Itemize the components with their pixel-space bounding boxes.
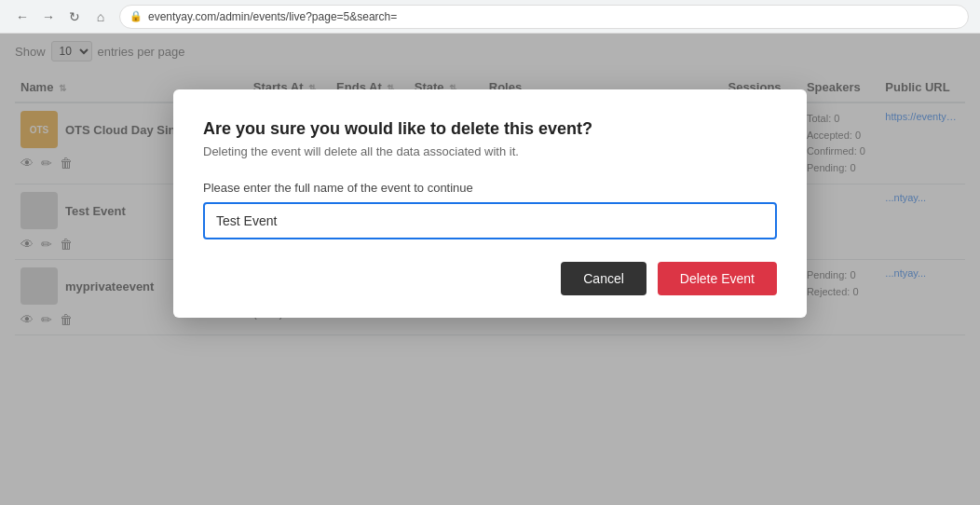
delete-event-modal: Are you sure you would like to delete th… <box>173 89 807 318</box>
cancel-button[interactable]: Cancel <box>561 262 647 295</box>
modal-title: Are you sure you would like to delete th… <box>203 119 777 139</box>
home-button[interactable]: ⌂ <box>89 6 112 28</box>
browser-chrome: ← → ↻ ⌂ 🔒 eventyay.com/admin/events/live… <box>0 0 980 34</box>
url-text: eventyay.com/admin/events/live?page=5&se… <box>148 10 397 23</box>
address-bar[interactable]: 🔒 eventyay.com/admin/events/live?page=5&… <box>119 5 969 29</box>
modal-actions: Cancel Delete Event <box>203 262 777 295</box>
page-content: Show 102550 entries per page Name ⇅ Star… <box>0 34 980 505</box>
modal-input-label: Please enter the full name of the event … <box>203 181 777 195</box>
modal-overlay: Are you sure you would like to delete th… <box>0 34 980 505</box>
reload-button[interactable]: ↻ <box>63 6 86 28</box>
forward-button[interactable]: → <box>37 6 60 28</box>
event-name-input[interactable] <box>203 202 777 239</box>
lock-icon: 🔒 <box>129 10 143 22</box>
delete-event-button[interactable]: Delete Event <box>658 262 777 295</box>
back-button[interactable]: ← <box>11 6 34 28</box>
browser-navigation: ← → ↻ ⌂ <box>11 6 112 28</box>
modal-subtitle: Deleting the event will delete all the d… <box>203 144 777 158</box>
